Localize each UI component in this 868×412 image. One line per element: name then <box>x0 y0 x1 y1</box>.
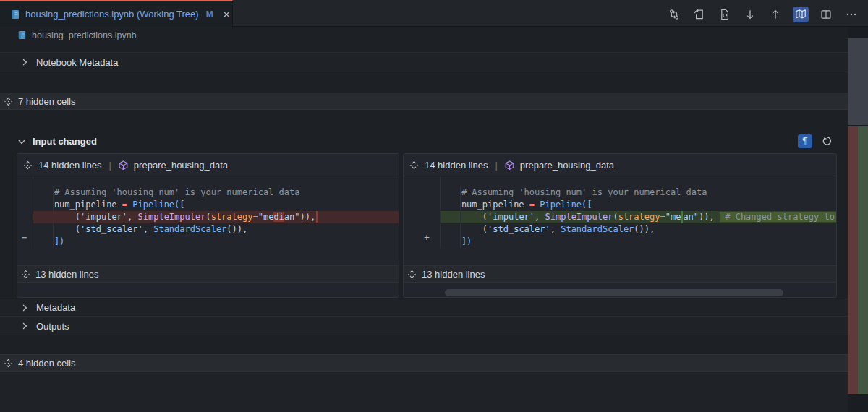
hidden-lines-top-label: 14 hidden lines <box>38 160 101 171</box>
chevron-right-icon <box>20 321 30 331</box>
outputs-label: Outputs <box>36 321 69 332</box>
previous-change-icon[interactable] <box>767 7 783 22</box>
added-line-gutter-marker: + <box>424 231 430 244</box>
editor-tab-bar: housing_predictions.ipynb (Working Tree)… <box>0 0 868 27</box>
breadcrumb[interactable]: housing_predictions.ipynb <box>0 27 848 43</box>
code-editor-original[interactable]: − # Assuming 'housing_num' is your numer… <box>17 176 399 248</box>
close-icon[interactable]: × <box>224 9 230 20</box>
split-editor-icon[interactable] <box>818 7 834 22</box>
code-line: ('imputer', SimpleImputer(strategy="medi… <box>33 211 399 223</box>
vscode-notebook-diff-window: housing_predictions.ipynb (Working Tree)… <box>0 0 868 412</box>
code-line: ('std_scaler', StandardScaler()), <box>33 223 399 236</box>
ruler-added-mark <box>858 126 868 394</box>
hidden-lines-bottom-bar[interactable]: 13 hidden lines <box>404 265 836 283</box>
chevron-right-icon <box>20 303 30 313</box>
more-actions-icon[interactable] <box>843 7 859 22</box>
hidden-lines-top-label: 14 hidden lines <box>425 160 488 171</box>
git-compare-icon[interactable] <box>666 7 682 22</box>
input-changed-header[interactable]: Input changed ¶ <box>7 132 841 151</box>
symbol-name: prepare_housing_data <box>520 160 614 171</box>
code-line: ]) <box>441 236 836 248</box>
notebook-file-icon <box>17 30 27 40</box>
hidden-lines-bottom-label: 13 hidden lines <box>422 269 485 280</box>
hidden-cells-top-label: 7 hidden cells <box>18 96 76 107</box>
diff-pane-modified: 14 hidden lines | prepare_housing_data +… <box>403 153 837 298</box>
vertical-scrollbar-slider[interactable] <box>848 38 868 125</box>
notebook-metadata-label: Notebook Metadata <box>36 57 118 68</box>
unfold-icon <box>4 97 13 106</box>
code-line: num_pipeline = Pipeline([ <box>441 199 836 211</box>
deleted-line-gutter-marker: − <box>22 231 27 244</box>
hidden-lines-top-bar[interactable]: 14 hidden lines | prepare_housing_data <box>17 154 399 176</box>
header-separator: | <box>107 160 112 171</box>
chevron-right-icon <box>20 57 30 67</box>
tab-housing-predictions-diff[interactable]: housing_predictions.ipynb (Working Tree)… <box>0 0 233 27</box>
outputs-row[interactable]: Outputs <box>0 317 848 335</box>
input-changed-title: Input changed <box>33 136 97 147</box>
code-line: num_pipeline = Pipeline([ <box>33 199 399 211</box>
map-view-icon[interactable] <box>793 7 809 22</box>
notebook-file-icon <box>10 9 20 20</box>
metadata-row[interactable]: Metadata <box>0 299 848 317</box>
code-line: ('imputer', SimpleImputer(strategy="mean… <box>441 211 836 223</box>
indent-guide <box>53 186 54 248</box>
unfold-icon <box>407 270 417 279</box>
header-separator: | <box>493 160 498 171</box>
code-line: ('std_scaler', StandardScaler()), <box>441 223 836 236</box>
diff-pane-original: 14 hidden lines | prepare_housing_data −… <box>17 153 399 298</box>
hidden-cells-bottom-label: 4 hidden cells <box>18 358 76 369</box>
hidden-cells-top-bar[interactable]: 7 hidden cells <box>0 93 848 110</box>
editor-toolbar <box>666 1 859 27</box>
unfold-icon <box>23 160 33 170</box>
symbol-cube-icon <box>505 160 514 170</box>
metadata-label: Metadata <box>36 302 75 313</box>
discard-icon[interactable] <box>819 134 835 150</box>
breadcrumb-filename: housing_predictions.ipynb <box>32 30 137 40</box>
hidden-lines-top-bar[interactable]: 14 hidden lines | prepare_housing_data <box>404 154 836 176</box>
unfold-icon <box>409 160 419 170</box>
unfold-icon <box>4 359 13 368</box>
code-line: # Assuming 'housing_num' is your numeric… <box>441 186 836 199</box>
hidden-lines-bottom-bar[interactable]: 13 hidden lines <box>17 265 399 283</box>
unfold-icon <box>21 270 30 279</box>
revert-file-icon[interactable] <box>692 7 707 22</box>
ruler-deleted-mark <box>848 126 858 394</box>
chevron-down-icon <box>17 137 27 147</box>
git-modified-badge: M <box>206 9 213 20</box>
hidden-cells-bottom-bar[interactable]: 4 hidden cells <box>0 354 848 372</box>
overview-ruler <box>848 27 868 412</box>
pilcrow-toggle-icon[interactable]: ¶ <box>798 134 812 148</box>
code-line: ]) <box>33 236 399 248</box>
code-line: # Assuming 'housing_num' is your numeric… <box>33 186 399 199</box>
code-editor-modified[interactable]: + # Assuming 'housing_num' is your numer… <box>404 176 836 248</box>
hidden-lines-bottom-label: 13 hidden lines <box>35 269 98 280</box>
tab-title: housing_predictions.ipynb (Working Tree) <box>25 9 199 20</box>
editor-bottom-area <box>0 372 848 412</box>
input-changed-actions: ¶ <box>798 134 835 150</box>
open-file-icon[interactable] <box>717 7 733 22</box>
symbol-cube-icon <box>119 160 128 170</box>
symbol-name: prepare_housing_data <box>134 160 228 171</box>
indent-guide <box>460 186 461 248</box>
horizontal-scrollbar[interactable] <box>445 289 783 296</box>
next-change-icon[interactable] <box>742 7 758 22</box>
notebook-metadata-row[interactable]: Notebook Metadata <box>0 52 848 72</box>
